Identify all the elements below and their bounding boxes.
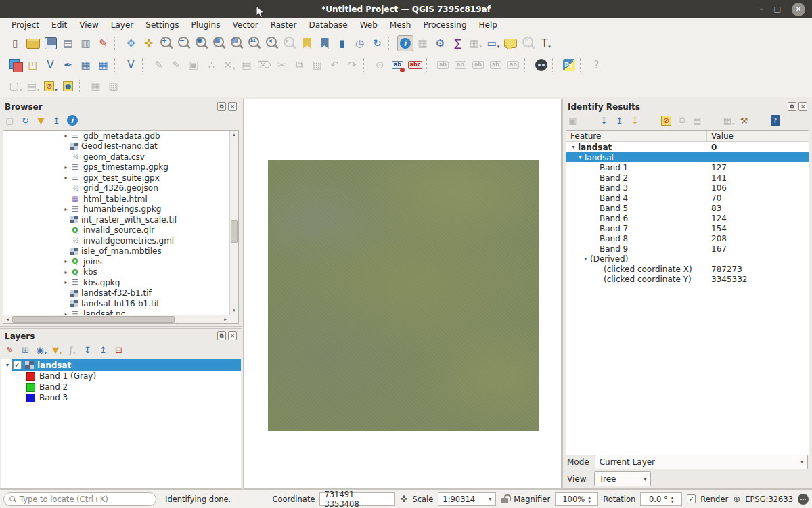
- layer-item-landsat[interactable]: ▾ ✓ landsat: [1, 359, 241, 371]
- save-project-icon[interactable]: [43, 35, 59, 51]
- float-panel-icon[interactable]: ⧉: [217, 331, 226, 340]
- browser-item[interactable]: ⅓ invalidgeometries.gml: [3, 235, 229, 246]
- close-button[interactable]: ✕: [792, 3, 805, 16]
- expander-icon[interactable]: ▸: [62, 175, 70, 181]
- expander-icon[interactable]: ▸: [62, 133, 70, 139]
- close-panel-icon[interactable]: ✕: [228, 331, 237, 340]
- close-panel-icon[interactable]: ✕: [798, 102, 807, 111]
- pan-map-icon[interactable]: ✥: [123, 35, 139, 51]
- identify-result-row[interactable]: ▾landsat 0: [566, 142, 809, 152]
- zoom-out-icon[interactable]: −: [176, 35, 192, 51]
- menu-item[interactable]: Edit: [45, 19, 73, 31]
- new-spatialite-layer-icon[interactable]: ✒: [60, 57, 76, 73]
- identify-result-row[interactable]: Band 7 154: [566, 223, 809, 233]
- toggle-extents-icon[interactable]: ✜: [400, 494, 407, 504]
- layer-band-row[interactable]: Band 2: [1, 382, 241, 392]
- new-temporary-scratch-layer-icon[interactable]: V: [123, 57, 139, 73]
- menu-item[interactable]: Plugins: [185, 19, 226, 31]
- menu-item[interactable]: Mesh: [384, 19, 418, 31]
- lock-scale-icon[interactable]: [501, 494, 509, 503]
- map-tips-icon[interactable]: [503, 35, 519, 51]
- expander-icon[interactable]: ▾: [569, 144, 578, 150]
- zoom-in-icon[interactable]: +: [158, 35, 175, 51]
- identify-result-row[interactable]: Band 1 127: [566, 162, 809, 172]
- map-themes-icon[interactable]: ◉▾: [35, 343, 48, 356]
- menu-item[interactable]: Web: [354, 19, 384, 31]
- open-project-icon[interactable]: [25, 35, 41, 51]
- menu-item[interactable]: Raster: [265, 19, 303, 31]
- zoom-to-selection-icon[interactable]: ▦: [211, 35, 227, 51]
- expander-icon[interactable]: ▸: [62, 206, 70, 212]
- scrollbar-thumb[interactable]: [12, 316, 175, 323]
- deselect-all-icon[interactable]: ⊘▾: [43, 78, 59, 95]
- new-geopackage-layer-icon[interactable]: ◳: [25, 57, 41, 73]
- expander-icon[interactable]: ▾: [1, 362, 12, 368]
- identify-settings-icon[interactable]: ⚒: [738, 114, 751, 127]
- identify-result-row[interactable]: Band 4 70: [566, 193, 809, 203]
- browser-item[interactable]: landsat-Int16-b1.tif: [3, 298, 229, 309]
- float-panel-icon[interactable]: ⧉: [217, 102, 226, 111]
- browser-item[interactable]: GeodTest-nano.dat: [3, 141, 229, 152]
- scroll-left-icon[interactable]: ◂: [3, 315, 12, 323]
- horizontal-scrollbar[interactable]: ◂ ▸: [3, 315, 229, 323]
- expander-icon[interactable]: ▸: [62, 279, 70, 285]
- browser-item[interactable]: ▸ ☰ gpx_test_suite.gpx: [3, 172, 229, 183]
- expander-icon[interactable]: ▾: [576, 154, 585, 160]
- layer-visibility-checkbox[interactable]: ✓: [13, 361, 22, 369]
- help-icon[interactable]: ?: [769, 114, 782, 127]
- menu-item[interactable]: Help: [473, 19, 503, 31]
- temporal-controller-icon[interactable]: ◷: [352, 35, 368, 51]
- new-print-layout-icon[interactable]: ▤: [60, 35, 76, 51]
- browser-item[interactable]: ⅓ grid_4326.geojson: [3, 183, 229, 194]
- text-annotation-icon[interactable]: T▾: [538, 35, 554, 51]
- menu-item[interactable]: Processing: [417, 19, 472, 31]
- identify-result-row[interactable]: Band 5 83: [566, 203, 809, 213]
- collapse-all-icon[interactable]: ↥: [50, 114, 64, 127]
- refresh-browser-icon[interactable]: ↻: [19, 114, 32, 127]
- view-select[interactable]: Tree ▾: [594, 471, 651, 486]
- identify-features-icon[interactable]: i: [397, 35, 413, 51]
- filter-legend-icon[interactable]: ▼▾: [50, 343, 64, 356]
- expander-icon[interactable]: ▾: [581, 256, 590, 262]
- browser-properties-icon[interactable]: i: [66, 114, 79, 127]
- browser-item[interactable]: ▦ html_table.html: [3, 193, 229, 204]
- browser-item[interactable]: ▸ ☰ humanbeings.gpkg: [3, 204, 229, 215]
- expander-icon[interactable]: ▸: [62, 164, 70, 170]
- browser-item[interactable]: ▸ ☰ gps_timestamp.gpkg: [3, 162, 229, 173]
- data-source-manager-icon[interactable]: [7, 57, 24, 73]
- identify-result-row[interactable]: Band 2 141: [566, 172, 809, 183]
- expand-all-icon[interactable]: ↧: [81, 343, 95, 356]
- new-bookmark-icon[interactable]: [299, 35, 315, 51]
- zoom-native-icon[interactable]: 1:1: [246, 35, 263, 51]
- identify-result-row[interactable]: Band 9 167: [566, 244, 809, 254]
- scrollbar-thumb[interactable]: [231, 220, 238, 243]
- browser-item[interactable]: Q invalid_source.qlr: [3, 225, 229, 236]
- python-console-icon[interactable]: Py: [561, 57, 577, 73]
- scale-select[interactable]: 1:90314 ▾: [438, 492, 496, 506]
- add-group-icon[interactable]: ⊞: [19, 343, 32, 356]
- identify-result-row[interactable]: ▾(Derived): [566, 254, 809, 264]
- layer-styling-icon[interactable]: ✎: [3, 343, 17, 356]
- zoom-full-icon[interactable]: ▣: [194, 35, 210, 51]
- render-checkbox[interactable]: ✓: [687, 494, 696, 503]
- magnifier-spinner[interactable]: 100% ▲▼: [555, 492, 598, 506]
- remove-layer-icon[interactable]: ⊟: [112, 343, 126, 356]
- layout-manager-icon[interactable]: ▥: [78, 35, 94, 51]
- close-panel-icon[interactable]: ✕: [228, 102, 237, 111]
- new-virtual-layer-icon[interactable]: ▦: [78, 57, 94, 73]
- menu-item[interactable]: Project: [5, 19, 45, 31]
- minimize-button[interactable]: –: [759, 5, 763, 13]
- browser-item[interactable]: ▸ ☰ gdb_metadata.gdb: [3, 131, 229, 141]
- show-bookmarks-icon[interactable]: [317, 35, 333, 51]
- metasearch-icon[interactable]: [533, 57, 549, 73]
- bookmark-manager-icon[interactable]: ▮: [334, 35, 351, 51]
- style-manager-icon[interactable]: ✎: [95, 35, 112, 51]
- menu-item[interactable]: Database: [302, 19, 353, 31]
- expand-tree-icon[interactable]: ↧: [597, 114, 611, 127]
- browser-item[interactable]: ▸ Q joins: [3, 256, 229, 267]
- measure-icon[interactable]: ▭▾: [485, 35, 501, 51]
- scroll-right-icon[interactable]: ▸: [221, 315, 229, 323]
- scroll-up-icon[interactable]: ▴: [230, 131, 238, 139]
- landsat-raster-image[interactable]: [268, 160, 539, 431]
- menu-item[interactable]: Vector: [226, 19, 264, 31]
